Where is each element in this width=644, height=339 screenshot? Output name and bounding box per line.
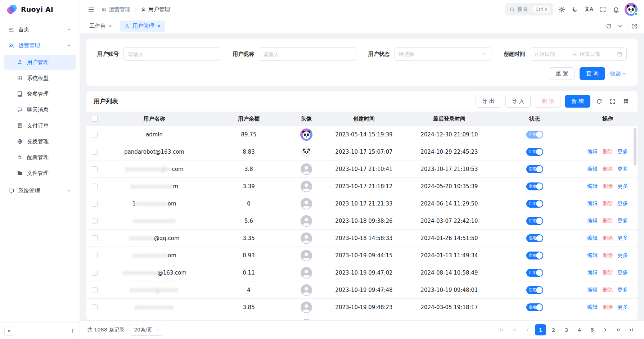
status-toggle[interactable]: 启用 — [526, 234, 543, 242]
dark-mode-moon-icon[interactable] — [570, 5, 580, 14]
sidebar-item-system-models[interactable]: 系统模型 — [4, 71, 76, 86]
edit-link[interactable]: 编辑 — [587, 166, 598, 172]
sidebar-item-exchange-management[interactable]: 兑换管理 — [4, 134, 76, 149]
edit-link[interactable]: 编辑 — [587, 252, 598, 259]
status-toggle[interactable]: 启用 — [526, 217, 543, 225]
row-checkbox[interactable] — [92, 132, 98, 137]
edit-link[interactable]: 编辑 — [587, 235, 598, 241]
delete-button[interactable]: 删 除 — [535, 95, 560, 108]
delete-link[interactable]: 删除 — [603, 304, 613, 311]
settings-gear-icon[interactable] — [557, 5, 567, 14]
import-button[interactable]: 导 入 — [505, 95, 531, 108]
table-fullscreen-icon[interactable] — [608, 97, 617, 106]
sidebar-item-user-management[interactable]: 用户管理 — [4, 55, 76, 70]
user-nickname-input[interactable] — [263, 51, 351, 57]
export-button[interactable]: 导 出 — [476, 95, 501, 108]
delete-link[interactable]: 删除 — [603, 235, 613, 241]
page-button-5[interactable]: 5 — [587, 324, 598, 335]
status-toggle[interactable]: 启用 — [526, 131, 543, 139]
translate-icon[interactable]: 文A — [583, 5, 595, 14]
delete-link[interactable]: 删除 — [603, 252, 613, 259]
sidebar-item-config-management[interactable]: 配置管理 — [4, 150, 76, 165]
fullscreen-icon[interactable] — [598, 5, 608, 14]
pin-icon[interactable] — [70, 328, 75, 334]
global-search[interactable]: 搜索 Ctrl K — [505, 3, 553, 15]
first-page-button[interactable] — [496, 324, 507, 335]
more-link[interactable]: 更多 — [618, 183, 628, 190]
user-account-input[interactable] — [128, 51, 216, 57]
page-button-3[interactable]: 3 — [561, 324, 572, 335]
row-checkbox[interactable] — [92, 184, 98, 189]
page-button-4[interactable]: 4 — [574, 324, 585, 335]
sidebar-item-chat-messages[interactable]: 聊天消息 — [4, 102, 76, 117]
sidebar-item-file-management[interactable]: 文件管理 — [4, 166, 76, 181]
close-icon[interactable] — [157, 24, 161, 28]
more-link[interactable]: 更多 — [618, 217, 628, 224]
more-link[interactable]: 更多 — [618, 304, 628, 311]
sidebar-item-home[interactable]: 首页 — [4, 22, 76, 37]
status-toggle[interactable]: 启用 — [526, 182, 543, 190]
date-range-picker[interactable]: 开始日期 结束日期 — [530, 48, 627, 61]
delete-link[interactable]: 删除 — [603, 148, 613, 155]
page-button-2[interactable]: 2 — [548, 324, 559, 335]
row-checkbox[interactable] — [92, 201, 98, 207]
edit-link[interactable]: 编辑 — [587, 304, 598, 311]
delete-link[interactable]: 删除 — [603, 217, 613, 224]
page-size-select[interactable]: 20条/页 — [130, 324, 163, 336]
row-checkbox[interactable] — [92, 270, 98, 276]
delete-link[interactable]: 删除 — [603, 183, 613, 190]
prev-fast-button[interactable] — [509, 324, 520, 335]
status-toggle[interactable]: 启用 — [526, 165, 543, 173]
search-button[interactable]: 查 询 — [580, 67, 605, 80]
more-link[interactable]: 更多 — [618, 235, 628, 241]
row-checkbox[interactable] — [92, 304, 98, 310]
add-button[interactable]: 新 增 — [565, 95, 590, 108]
delete-link[interactable]: 删除 — [603, 200, 613, 207]
content-fullscreen-icon[interactable] — [630, 22, 639, 31]
sidebar-item-system-management[interactable]: 系统管理 — [4, 183, 76, 199]
status-toggle[interactable]: 启用 — [526, 148, 543, 156]
tab-user-management[interactable]: 用户管理 — [120, 21, 165, 32]
delete-link[interactable]: 删除 — [603, 269, 613, 276]
refresh-icon[interactable] — [604, 22, 613, 31]
sidebar-item-package-management[interactable]: 套餐管理 — [4, 86, 76, 101]
edit-link[interactable]: 编辑 — [587, 148, 598, 155]
edit-link[interactable]: 编辑 — [587, 183, 598, 190]
hamburger-menu-icon[interactable] — [86, 5, 96, 14]
row-checkbox[interactable] — [92, 218, 98, 224]
breadcrumb-current[interactable]: 用户管理 — [141, 6, 170, 13]
row-checkbox[interactable] — [92, 149, 98, 155]
more-link[interactable]: 更多 — [618, 286, 628, 293]
status-toggle[interactable]: 启用 — [526, 252, 543, 259]
delete-link[interactable]: 删除 — [603, 286, 613, 293]
close-icon[interactable] — [108, 24, 112, 28]
status-toggle[interactable]: 启用 — [526, 269, 543, 277]
next-fast-button[interactable] — [613, 324, 624, 335]
edit-link[interactable]: 编辑 — [587, 200, 598, 207]
last-page-button[interactable] — [626, 324, 637, 335]
edit-link[interactable]: 编辑 — [587, 217, 598, 224]
user-status-select[interactable]: 请选择 — [395, 48, 491, 61]
row-checkbox[interactable] — [92, 253, 98, 258]
page-button-1[interactable]: 1 — [535, 324, 546, 335]
vertical-scrollbar[interactable] — [634, 128, 636, 166]
collapse-filter-button[interactable]: 收起 — [610, 70, 627, 77]
user-avatar[interactable] — [625, 3, 638, 16]
edit-link[interactable]: 编辑 — [587, 269, 598, 276]
select-all-checkbox[interactable] — [92, 116, 98, 122]
chevron-down-icon[interactable] — [616, 22, 624, 30]
next-page-button[interactable] — [600, 324, 611, 335]
more-link[interactable]: 更多 — [618, 148, 628, 155]
row-checkbox[interactable] — [92, 287, 98, 293]
sidebar-item-operations[interactable]: 运营管理 — [4, 37, 76, 53]
reset-button[interactable]: 重 置 — [549, 67, 575, 80]
column-settings-grid-icon[interactable] — [621, 97, 630, 106]
row-checkbox[interactable] — [92, 235, 98, 241]
delete-link[interactable]: 删除 — [603, 166, 613, 172]
status-toggle[interactable]: 启用 — [526, 286, 543, 294]
row-checkbox[interactable] — [92, 166, 98, 172]
prev-page-button[interactable] — [522, 324, 533, 335]
breadcrumb-parent[interactable]: 运营管理 — [101, 6, 130, 13]
status-toggle[interactable]: 启用 — [526, 200, 543, 208]
more-link[interactable]: 更多 — [618, 252, 628, 259]
